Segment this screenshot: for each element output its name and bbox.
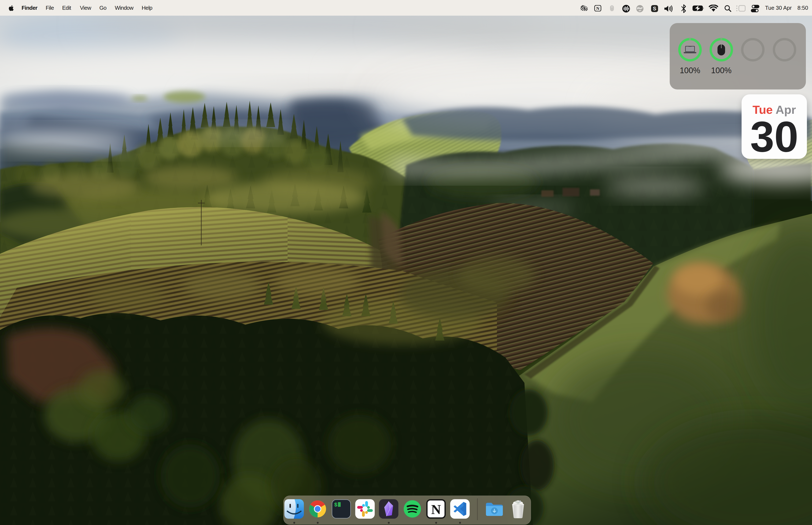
svg-text:N: N [431, 502, 441, 517]
svg-text:N: N [596, 6, 599, 11]
svg-text:S: S [653, 6, 656, 12]
svg-text:$: $ [334, 502, 337, 508]
